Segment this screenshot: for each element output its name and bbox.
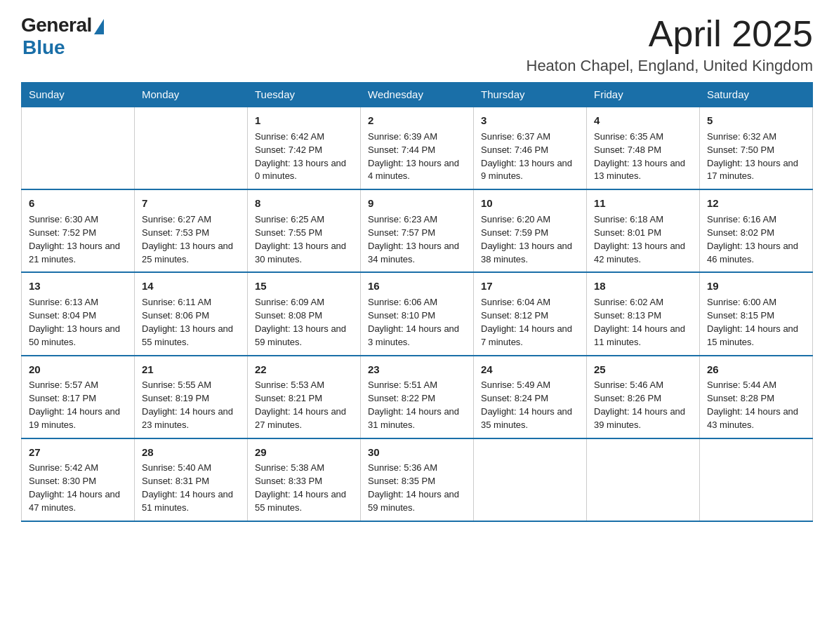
sunrise-text: Sunrise: 6:35 AM: [594, 131, 663, 142]
calendar-cell: 12Sunrise: 6:16 AMSunset: 8:02 PMDayligh…: [700, 189, 813, 272]
day-number: 27: [29, 445, 127, 460]
sunset-text: Sunset: 8:01 PM: [594, 227, 661, 238]
sunset-text: Sunset: 8:02 PM: [707, 227, 774, 238]
day-number: 11: [594, 196, 692, 211]
day-number: 24: [481, 362, 579, 377]
calendar-cell: [22, 107, 135, 189]
sunrise-text: Sunrise: 6:25 AM: [255, 214, 324, 224]
day-number: 10: [481, 196, 579, 211]
column-header-tuesday: Tuesday: [248, 83, 361, 107]
sunrise-text: Sunrise: 5:44 AM: [707, 380, 776, 390]
sunset-text: Sunset: 7:53 PM: [142, 227, 209, 238]
daylight-text: Daylight: 14 hours and 59 minutes.: [368, 489, 459, 513]
day-number: 22: [255, 362, 353, 377]
sunset-text: Sunset: 8:10 PM: [368, 310, 435, 321]
daylight-text: Daylight: 13 hours and 50 minutes.: [29, 323, 120, 347]
daylight-text: Daylight: 13 hours and 21 minutes.: [29, 241, 120, 264]
calendar-cell: 6Sunrise: 6:30 AMSunset: 7:52 PMDaylight…: [22, 189, 135, 272]
sunset-text: Sunset: 7:44 PM: [368, 145, 435, 155]
daylight-text: Daylight: 13 hours and 42 minutes.: [594, 241, 685, 264]
sunrise-text: Sunrise: 6:06 AM: [368, 297, 437, 307]
day-number: 18: [594, 279, 692, 294]
calendar-cell: 22Sunrise: 5:53 AMSunset: 8:21 PMDayligh…: [248, 356, 361, 438]
daylight-text: Daylight: 14 hours and 43 minutes.: [707, 406, 798, 430]
daylight-text: Daylight: 14 hours and 55 minutes.: [255, 489, 346, 513]
sunrise-text: Sunrise: 6:32 AM: [707, 131, 776, 142]
week-row-2: 6Sunrise: 6:30 AMSunset: 7:52 PMDaylight…: [22, 189, 813, 272]
column-header-friday: Friday: [587, 83, 700, 107]
day-number: 15: [255, 279, 353, 294]
column-header-saturday: Saturday: [700, 83, 813, 107]
sunset-text: Sunset: 8:22 PM: [368, 393, 435, 403]
daylight-text: Daylight: 14 hours and 39 minutes.: [594, 406, 685, 430]
calendar-cell: 30Sunrise: 5:36 AMSunset: 8:35 PMDayligh…: [361, 438, 474, 521]
month-title: April 2025: [527, 14, 814, 54]
day-number: 26: [707, 362, 805, 377]
calendar-cell: 27Sunrise: 5:42 AMSunset: 8:30 PMDayligh…: [22, 438, 135, 521]
calendar-cell: 15Sunrise: 6:09 AMSunset: 8:08 PMDayligh…: [248, 272, 361, 355]
sunset-text: Sunset: 8:13 PM: [594, 310, 661, 321]
calendar-cell: [135, 107, 248, 189]
calendar-table: SundayMondayTuesdayWednesdayThursdayFrid…: [21, 82, 813, 522]
day-number: 12: [707, 196, 805, 211]
day-number: 8: [255, 196, 353, 211]
sunrise-text: Sunrise: 6:39 AM: [368, 131, 437, 142]
calendar-cell: 14Sunrise: 6:11 AMSunset: 8:06 PMDayligh…: [135, 272, 248, 355]
daylight-text: Daylight: 13 hours and 0 minutes.: [255, 158, 346, 182]
daylight-text: Daylight: 14 hours and 47 minutes.: [29, 489, 120, 513]
calendar-cell: 9Sunrise: 6:23 AMSunset: 7:57 PMDaylight…: [361, 189, 474, 272]
daylight-text: Daylight: 13 hours and 13 minutes.: [594, 158, 685, 182]
daylight-text: Daylight: 14 hours and 7 minutes.: [481, 323, 572, 347]
sunrise-text: Sunrise: 6:11 AM: [142, 297, 211, 307]
calendar-cell: 1Sunrise: 6:42 AMSunset: 7:42 PMDaylight…: [248, 107, 361, 189]
sunrise-text: Sunrise: 5:46 AM: [594, 380, 663, 390]
sunrise-text: Sunrise: 6:20 AM: [481, 214, 550, 224]
daylight-text: Daylight: 13 hours and 38 minutes.: [481, 241, 572, 264]
calendar-cell: 4Sunrise: 6:35 AMSunset: 7:48 PMDaylight…: [587, 107, 700, 189]
sunset-text: Sunset: 7:46 PM: [481, 145, 548, 155]
calendar-cell: 11Sunrise: 6:18 AMSunset: 8:01 PMDayligh…: [587, 189, 700, 272]
calendar-cell: 3Sunrise: 6:37 AMSunset: 7:46 PMDaylight…: [474, 107, 587, 189]
calendar-cell: 18Sunrise: 6:02 AMSunset: 8:13 PMDayligh…: [587, 272, 700, 355]
day-number: 4: [594, 113, 692, 128]
column-header-thursday: Thursday: [474, 83, 587, 107]
day-number: 20: [29, 362, 127, 377]
calendar-cell: 29Sunrise: 5:38 AMSunset: 8:33 PMDayligh…: [248, 438, 361, 521]
week-row-3: 13Sunrise: 6:13 AMSunset: 8:04 PMDayligh…: [22, 272, 813, 355]
calendar-cell: 23Sunrise: 5:51 AMSunset: 8:22 PMDayligh…: [361, 356, 474, 438]
daylight-text: Daylight: 13 hours and 59 minutes.: [255, 323, 346, 347]
week-row-5: 27Sunrise: 5:42 AMSunset: 8:30 PMDayligh…: [22, 438, 813, 521]
sunrise-text: Sunrise: 5:49 AM: [481, 380, 550, 390]
sunrise-text: Sunrise: 5:55 AM: [142, 380, 211, 390]
calendar-cell: 5Sunrise: 6:32 AMSunset: 7:50 PMDaylight…: [700, 107, 813, 189]
day-number: 1: [255, 113, 353, 128]
sunrise-text: Sunrise: 6:37 AM: [481, 131, 550, 142]
sunset-text: Sunset: 7:50 PM: [707, 145, 774, 155]
header: General Blue April 2025 Heaton Chapel, E…: [21, 14, 813, 75]
sunset-text: Sunset: 7:55 PM: [255, 227, 322, 238]
sunset-text: Sunset: 8:30 PM: [29, 476, 96, 486]
sunset-text: Sunset: 8:31 PM: [142, 476, 209, 486]
sunset-text: Sunset: 7:42 PM: [255, 145, 322, 155]
day-number: 25: [594, 362, 692, 377]
day-number: 6: [29, 196, 127, 211]
sunset-text: Sunset: 7:52 PM: [29, 227, 96, 238]
daylight-text: Daylight: 13 hours and 25 minutes.: [142, 241, 233, 264]
daylight-text: Daylight: 14 hours and 15 minutes.: [707, 323, 798, 347]
title-block: April 2025 Heaton Chapel, England, Unite…: [527, 14, 814, 75]
logo: General Blue: [21, 14, 104, 59]
day-number: 3: [481, 113, 579, 128]
sunrise-text: Sunrise: 6:02 AM: [594, 297, 663, 307]
day-number: 19: [707, 279, 805, 294]
column-header-wednesday: Wednesday: [361, 83, 474, 107]
sunrise-text: Sunrise: 5:57 AM: [29, 380, 98, 390]
calendar-cell: 7Sunrise: 6:27 AMSunset: 7:53 PMDaylight…: [135, 189, 248, 272]
sunset-text: Sunset: 8:15 PM: [707, 310, 774, 321]
daylight-text: Daylight: 13 hours and 55 minutes.: [142, 323, 233, 347]
calendar-cell: [587, 438, 700, 521]
day-number: 17: [481, 279, 579, 294]
calendar-cell: 26Sunrise: 5:44 AMSunset: 8:28 PMDayligh…: [700, 356, 813, 438]
calendar-cell: 24Sunrise: 5:49 AMSunset: 8:24 PMDayligh…: [474, 356, 587, 438]
sunrise-text: Sunrise: 6:23 AM: [368, 214, 437, 224]
daylight-text: Daylight: 14 hours and 27 minutes.: [255, 406, 346, 430]
